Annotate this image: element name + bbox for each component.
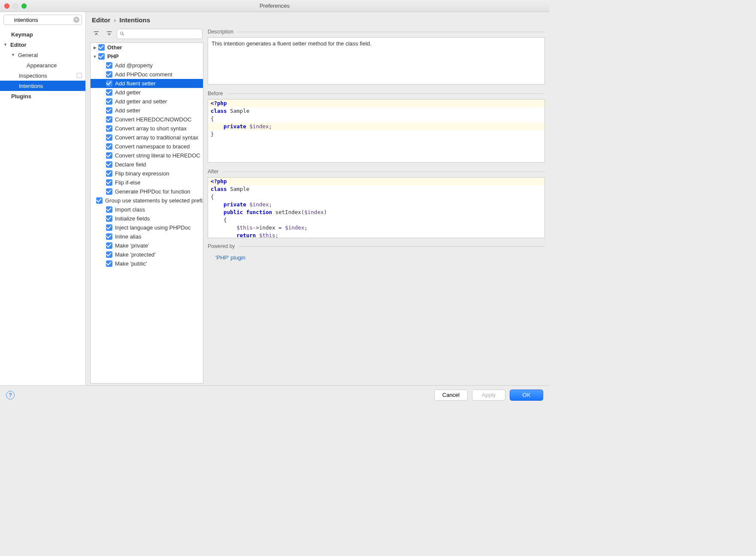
tree-item[interactable]: ▶Initialize fields — [91, 214, 203, 223]
checkbox-icon[interactable] — [106, 188, 112, 195]
chevron-down-icon: ▼ — [92, 54, 97, 59]
checkbox-icon[interactable] — [106, 125, 112, 132]
settings-search-input[interactable] — [3, 15, 82, 25]
tree-item-label: Convert namespace to braced — [115, 143, 190, 150]
tree-search-input[interactable] — [117, 29, 203, 39]
sidebar-item-inspections[interactable]: Inspections — [0, 70, 85, 81]
checkbox-icon[interactable] — [106, 233, 112, 240]
tree-item-label: Add PHPDoc comment — [115, 71, 172, 78]
sidebar-item-label: Appearance — [27, 62, 85, 69]
tree-item[interactable]: ▶Add setter — [91, 106, 203, 115]
sidebar-item-label: General — [18, 52, 85, 58]
checkbox-icon[interactable] — [106, 98, 112, 105]
tree-item[interactable]: ▶Group use statements by selected prefix — [91, 196, 203, 205]
checkbox-icon[interactable] — [106, 215, 112, 222]
checkbox-icon[interactable] — [106, 116, 112, 123]
after-label: After — [208, 169, 218, 175]
tree-item[interactable]: ▶Add @property — [91, 61, 203, 70]
sidebar-item-plugins[interactable]: Plugins — [0, 91, 85, 101]
tree-item[interactable]: ▶Flip if-else — [91, 178, 203, 187]
tree-item-label: Add fluent setter — [115, 80, 156, 87]
help-button[interactable]: ? — [6, 391, 15, 399]
tree-item-label: Declare field — [115, 161, 146, 168]
sidebar-item-keymap[interactable]: Keymap — [0, 29, 85, 39]
tree-item[interactable]: ▶Import class — [91, 205, 203, 214]
tree-item[interactable]: ▶Convert HEREDOC/NOWDOC — [91, 115, 203, 124]
tree-item-label: Convert array to short syntax — [115, 125, 187, 132]
checkbox-icon[interactable] — [106, 152, 112, 159]
tree-group-label: Other — [107, 44, 122, 51]
sidebar-item-label: Keymap — [11, 31, 85, 38]
chevron-down-icon: ▼ — [11, 53, 15, 57]
checkbox-icon[interactable] — [106, 224, 112, 231]
collapse-all-icon[interactable] — [104, 29, 114, 39]
chevron-down-icon: ▼ — [3, 42, 8, 47]
tree-group-php[interactable]: ▼PHP — [91, 52, 203, 61]
tree-item[interactable]: ▶Inline alias — [91, 232, 203, 241]
tree-item[interactable]: ▶Convert string literal to HEREDOC — [91, 151, 203, 160]
powered-by-link[interactable]: 'PHP' plugin — [208, 252, 545, 261]
checkbox-icon[interactable] — [98, 44, 105, 51]
tree-item[interactable]: ▶Convert array to traditional syntax — [91, 133, 203, 142]
sidebar-item-appearance[interactable]: Appearance — [0, 60, 85, 70]
checkbox-icon[interactable] — [106, 89, 112, 96]
expand-all-icon[interactable] — [91, 29, 101, 39]
tree-item[interactable]: ▶Make 'private' — [91, 241, 203, 250]
sidebar-item-label: Inspections — [19, 73, 77, 79]
checkbox-icon[interactable] — [98, 53, 105, 60]
tree-item-label: Convert array to traditional syntax — [115, 134, 198, 141]
clear-search-icon[interactable]: ✕ — [73, 17, 79, 23]
tree-item-label: Flip binary expression — [115, 170, 169, 177]
apply-button[interactable]: Apply — [472, 390, 505, 401]
ok-button[interactable]: OK — [510, 390, 543, 401]
tree-item[interactable]: ▶Make 'protected' — [91, 250, 203, 259]
tree-item[interactable]: ▶Inject language using PHPDoc — [91, 223, 203, 232]
checkbox-icon[interactable] — [96, 197, 103, 204]
checkbox-icon[interactable] — [106, 80, 112, 87]
checkbox-icon[interactable] — [106, 134, 112, 141]
tree-item-label: Make 'private' — [115, 242, 149, 249]
svg-line-5 — [123, 34, 124, 36]
checkbox-icon[interactable] — [106, 260, 112, 267]
copy-profile-icon — [77, 73, 82, 78]
tree-item-label: Inline alias — [115, 233, 141, 240]
sidebar-item-label: Editor — [10, 42, 85, 48]
checkbox-icon[interactable] — [106, 107, 112, 114]
tree-item[interactable]: ▶Add PHPDoc comment — [91, 70, 203, 79]
checkbox-icon[interactable] — [106, 206, 112, 213]
description-label: Description — [208, 29, 233, 35]
tree-item-label: Make 'protected' — [115, 251, 156, 258]
checkbox-icon[interactable] — [106, 143, 112, 150]
tree-item-label: Add getter and setter — [115, 98, 167, 105]
tree-item[interactable]: ▶Declare field — [91, 160, 203, 169]
checkbox-icon[interactable] — [106, 170, 112, 177]
tree-item-label: Generate PHPDoc for function — [115, 188, 191, 195]
checkbox-icon[interactable] — [106, 161, 112, 168]
tree-item[interactable]: ▶Make 'public' — [91, 259, 203, 268]
tree-item[interactable]: ▶Convert array to short syntax — [91, 124, 203, 133]
tree-item-label: Initialize fields — [115, 215, 150, 222]
dialog-footer: ? Cancel Apply OK — [0, 385, 549, 404]
cancel-button[interactable]: Cancel — [434, 390, 468, 401]
sidebar-item-intentions[interactable]: Intentions — [0, 81, 85, 91]
tree-group-other[interactable]: ▶Other — [91, 43, 203, 52]
tree-item[interactable]: ▶Flip binary expression — [91, 169, 203, 178]
tree-item[interactable]: ▶Add getter and setter — [91, 97, 203, 106]
tree-item[interactable]: ▶Add fluent setter — [91, 79, 203, 88]
checkbox-icon[interactable] — [106, 179, 112, 186]
checkbox-icon[interactable] — [106, 71, 112, 78]
window-title: Preferences — [0, 3, 549, 9]
checkbox-icon[interactable] — [106, 62, 112, 69]
sidebar-item-label: Intentions — [19, 83, 85, 89]
intentions-tree: ▶Other▼PHP▶Add @property▶Add PHPDoc comm… — [90, 42, 203, 384]
sidebar: ✕ Keymap▼Editor▼GeneralAppearanceInspect… — [0, 12, 86, 385]
tree-item[interactable]: ▶Add getter — [91, 88, 203, 97]
sidebar-item-editor[interactable]: ▼Editor — [0, 39, 85, 50]
tree-item-label: Convert string literal to HEREDOC — [115, 152, 200, 159]
sidebar-item-general[interactable]: ▼General — [0, 50, 85, 60]
checkbox-icon[interactable] — [106, 242, 112, 249]
checkbox-icon[interactable] — [106, 251, 112, 258]
tree-item[interactable]: ▶Generate PHPDoc for function — [91, 187, 203, 196]
tree-item[interactable]: ▶Convert namespace to braced — [91, 142, 203, 151]
tree-item-label: Group use statements by selected prefix — [105, 197, 203, 204]
